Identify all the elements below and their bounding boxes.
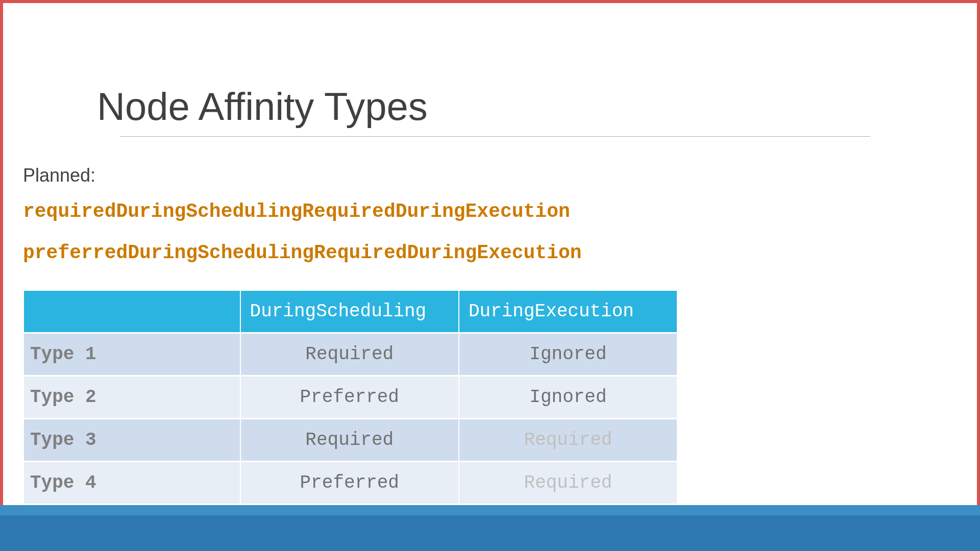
cell-execution: Ignored <box>459 377 677 418</box>
row-label: Type 3 <box>24 419 240 461</box>
affinity-table-container: DuringScheduling DuringExecution Type 1 … <box>23 289 678 505</box>
cell-execution-faded: Required <box>459 419 677 461</box>
affinity-table: DuringScheduling DuringExecution Type 1 … <box>23 289 678 505</box>
table-row: Type 2 Preferred Ignored <box>24 377 677 418</box>
slide-content: Node Affinity Types Planned: requiredDur… <box>0 0 980 505</box>
code-line-2: preferredDuringSchedulingRequiredDuringE… <box>23 242 957 264</box>
border-left <box>0 0 3 551</box>
table-header-empty <box>24 291 240 332</box>
border-right <box>977 0 980 551</box>
cell-scheduling: Preferred <box>241 377 458 418</box>
table-row: Type 3 Required Required <box>24 419 677 461</box>
table-header-row: DuringScheduling DuringExecution <box>24 291 677 332</box>
cell-scheduling: Required <box>241 419 458 461</box>
table-header-execution: DuringExecution <box>459 291 677 332</box>
code-line-1: requiredDuringSchedulingRequiredDuringEx… <box>23 201 957 222</box>
cell-scheduling: Preferred <box>241 462 458 504</box>
page-title: Node Affinity Types <box>97 84 957 136</box>
cell-execution-faded: Required <box>459 462 677 504</box>
cell-execution: Ignored <box>459 334 677 375</box>
border-top <box>0 0 980 3</box>
cell-scheduling: Required <box>241 334 458 375</box>
footer-bar-dark <box>0 515 980 551</box>
row-label: Type 2 <box>24 377 240 418</box>
table-row: Type 1 Required Ignored <box>24 334 677 375</box>
planned-label: Planned: <box>23 165 957 186</box>
row-label: Type 1 <box>24 334 240 375</box>
row-label: Type 4 <box>24 462 240 504</box>
table-row: Type 4 Preferred Required <box>24 462 677 504</box>
table-header-scheduling: DuringScheduling <box>241 291 458 332</box>
title-divider <box>120 136 870 137</box>
